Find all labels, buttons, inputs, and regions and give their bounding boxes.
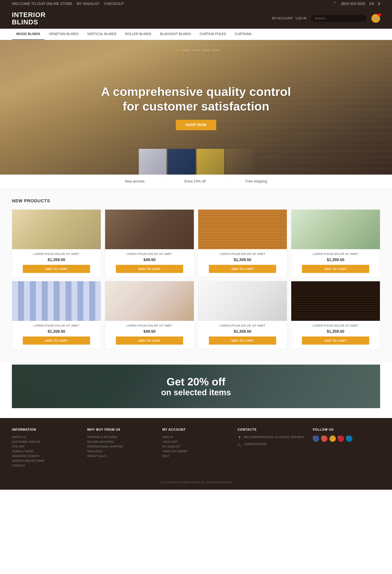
nav-venetian-blinds[interactable]: VENETIAN BLINDS: [44, 29, 83, 40]
product-card-4: LOREM IPSUM DOLOR SIT AMET $1,359.50 ADD…: [291, 209, 380, 277]
footer-help[interactable]: HELP: [162, 454, 230, 458]
footer-account-col: MY ACCOUNT SIGN IN VIEW CART MY WISHLIST…: [162, 428, 230, 469]
phone-icon: 📞: [238, 443, 242, 447]
nav-blackout-blinds[interactable]: BLACKOUT BLINDS: [156, 29, 195, 40]
logo-line2: BLINDS: [12, 19, 45, 26]
products-title: NEW PRODUCTS: [12, 198, 380, 204]
hero-thumb-4[interactable]: [226, 149, 253, 175]
product-name-4: LOREM IPSUM DOLOR SIT AMET: [294, 252, 377, 256]
add-to-cart-button-7[interactable]: ADD TO CART: [209, 336, 276, 345]
google-plus-link[interactable]: G+: [321, 435, 328, 442]
product-info-4: LOREM IPSUM DOLOR SIT AMET $1,359.50 ADD…: [291, 249, 380, 277]
nav-vertical-blinds[interactable]: VERTICAL BLINDS: [83, 29, 121, 40]
footer-intl-shipping[interactable]: INTERNATIONAL SHIPPING: [87, 445, 154, 448]
location-icon: 📍: [238, 436, 242, 440]
add-to-cart-button-6[interactable]: ADD TO CART: [116, 336, 183, 345]
product-card-8: LOREM IPSUM DOLOR SIT AMET $1,359.50 ADD…: [291, 281, 380, 349]
add-to-cart-button-5[interactable]: ADD TO CART: [23, 336, 90, 345]
footer-phone: +1(800)2345-6789: [244, 442, 267, 446]
login-link[interactable]: LOG IN: [296, 17, 307, 20]
nav-roller-blinds[interactable]: ROLLER BLINDS: [121, 29, 156, 40]
my-account-link[interactable]: MY ACCOUNT: [272, 17, 293, 20]
nav-curtains[interactable]: CURTAINS: [230, 29, 256, 40]
footer-view-cart[interactable]: VIEW CART: [162, 440, 230, 443]
facebook-link[interactable]: f: [313, 435, 319, 442]
footer-advanced-search[interactable]: ADVANCED SEARCH: [12, 454, 79, 458]
footer-track-order[interactable]: TRACK MY ORDER: [162, 450, 230, 453]
hero-dot-5[interactable]: [212, 50, 220, 50]
promo-banner[interactable]: Get 20% off on selected items: [12, 365, 380, 408]
footer-contact[interactable]: CONTACT: [12, 464, 79, 467]
product-name-1: LOREM IPSUM DOLOR SIT AMET: [15, 252, 98, 256]
main-nav: WOOD BLINDS VENETIAN BLINDS VERTICAL BLI…: [0, 29, 392, 40]
search-input[interactable]: [311, 15, 367, 22]
top-bar-right: 📱 (800) 603 6035 EN $: [333, 1, 380, 6]
footer-shipping-returns[interactable]: SHIPPING & RETURNS: [87, 435, 154, 439]
feature-discount: Extra 15% off: [165, 179, 226, 184]
footer-grid: INFORMATION ABOUT US CUSTOMER SERVICE SI…: [12, 428, 380, 469]
footer-my-wishlist[interactable]: MY WISHLIST: [162, 445, 230, 448]
hero-line1: A comprehensive quality control: [101, 85, 291, 98]
language-selector[interactable]: EN: [369, 2, 374, 6]
product-info-5: LOREM IPSUM DOLOR SIT AMET $1,359.50 ADD…: [12, 321, 101, 348]
hero-thumb-3[interactable]: [197, 149, 224, 175]
add-to-cart-button-1[interactable]: ADD TO CART: [23, 265, 90, 273]
feature-shipping: Free shipping: [226, 179, 287, 184]
product-price-1: $1,359.50: [15, 258, 98, 262]
product-image-3: [198, 210, 287, 249]
hero-dot-4[interactable]: [202, 50, 210, 50]
checkout-link[interactable]: CHECKOUT: [104, 2, 124, 6]
hero-dot-1[interactable]: [172, 50, 180, 50]
hero-cta-button[interactable]: SHOP NOW: [176, 120, 216, 130]
product-image-8: [291, 281, 380, 321]
product-image-7: [198, 281, 287, 321]
footer-why-col: WHY BUY FROM US SHIPPING & RETURNS SECUR…: [87, 428, 154, 469]
footer-secure-shopping[interactable]: SECURE SHOPPING: [87, 440, 154, 443]
currency-selector[interactable]: $: [378, 2, 380, 6]
add-to-cart-button-8[interactable]: ADD TO CART: [302, 336, 369, 345]
footer-customer-service[interactable]: CUSTOMER SERVICE: [12, 440, 79, 443]
footer-address: 8901 MARMORA ROAD, GLASGOW, D04 89GR: [244, 435, 304, 439]
add-to-cart-button-2[interactable]: ADD TO CART: [116, 265, 183, 273]
product-card-2: LOREM IPSUM DOLOR SIT AMET $49.50 ADD TO…: [105, 209, 194, 277]
product-name-2: LOREM IPSUM DOLOR SIT AMET: [107, 252, 191, 256]
welcome-text: WELCOME TO OUR ONLINE STORE: [12, 2, 72, 6]
rss-link[interactable]: ☁: [330, 435, 336, 442]
footer-orders-returns[interactable]: ORDERS AND RETURNS: [12, 459, 79, 462]
footer-sign-in[interactable]: SIGN IN: [162, 435, 230, 439]
footer-info-col: INFORMATION ABOUT US CUSTOMER SERVICE SI…: [12, 428, 79, 469]
hero-thumb-2[interactable]: [168, 149, 195, 175]
footer-search-terms[interactable]: SEARCH TERMS: [12, 450, 79, 453]
footer-info-title: INFORMATION: [12, 428, 79, 431]
product-name-5: LOREM IPSUM DOLOR SIT AMET: [15, 324, 98, 327]
pinterest-link[interactable]: P: [338, 435, 344, 442]
nav-wood-blinds[interactable]: WOOD BLINDS: [12, 29, 44, 40]
product-info-1: LOREM IPSUM DOLOR SIT AMET $1,359.50 ADD…: [12, 249, 101, 277]
footer-group-sales[interactable]: GROUP SALES: [87, 454, 154, 458]
logo[interactable]: INTERIOR BLINDS: [12, 11, 45, 26]
footer-site-map[interactable]: SITE MAP: [12, 445, 79, 448]
footer-account-title: MY ACCOUNT: [162, 428, 230, 431]
product-card-5: LOREM IPSUM DOLOR SIT AMET $1,359.50 ADD…: [12, 281, 101, 349]
hero-dot-2[interactable]: [182, 50, 190, 50]
promo-line2: on selected items: [161, 388, 231, 397]
product-info-8: LOREM IPSUM DOLOR SIT AMET $1,359.50 ADD…: [291, 321, 380, 348]
footer-affiliates[interactable]: AFFILIATES: [87, 450, 154, 453]
footer-about-us[interactable]: ABOUT US: [12, 435, 79, 439]
product-card-1: LOREM IPSUM DOLOR SIT AMET $1,359.50 ADD…: [12, 209, 101, 277]
product-price-7: $1,359.50: [201, 329, 285, 334]
nav-curtain-poles[interactable]: CURTAIN POLES: [195, 29, 230, 40]
product-image-5: [12, 281, 101, 321]
hero-thumb-1[interactable]: [139, 149, 166, 175]
add-to-cart-button-3[interactable]: ADD TO CART: [209, 265, 276, 273]
top-bar: WELCOME TO OUR ONLINE STORE MY WISHLIST …: [0, 0, 392, 7]
cart-button[interactable]: 🛒 2: [371, 14, 380, 23]
wishlist-link[interactable]: MY WISHLIST: [77, 2, 100, 6]
product-info-6: LOREM IPSUM DOLOR SIT AMET $49.50 ADD TO…: [105, 321, 194, 348]
phone-icon: 📱: [333, 1, 337, 6]
footer-why-title: WHY BUY FROM US: [87, 428, 154, 431]
add-to-cart-button-4[interactable]: ADD TO CART: [302, 265, 369, 273]
product-price-8: $1,359.50: [294, 329, 377, 334]
linkedin-link[interactable]: in: [346, 435, 352, 442]
hero-dot-3[interactable]: [192, 50, 200, 50]
